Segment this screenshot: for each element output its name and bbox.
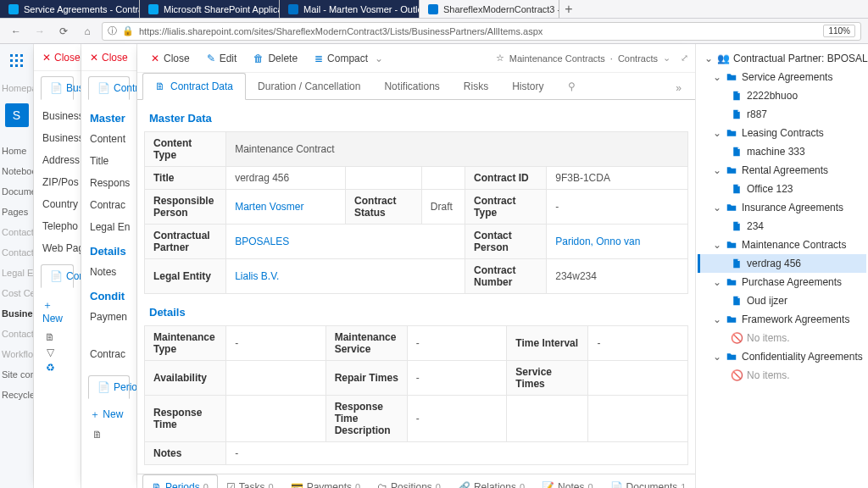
tab-business[interactable]: 📄 Busine <box>41 76 74 100</box>
nav-item[interactable]: Site cont <box>0 364 33 385</box>
subtab-relations[interactable]: 🔗Relations0 <box>449 475 533 489</box>
sub-tab-bar: 🗎Periods0 ☑Tasks0 💳Payments0 🗂Positions0… <box>137 474 695 488</box>
tree-folder[interactable]: ⌄Confidentiality Agreements <box>698 347 866 366</box>
person-link[interactable]: Marten Vosmer <box>235 201 303 213</box>
tree-folder[interactable]: ⌄Insurance Agreements <box>698 198 866 217</box>
close-button[interactable]: ✕ Close <box>42 52 81 64</box>
back-button[interactable]: ← <box>7 22 25 41</box>
subtab-documents[interactable]: 📄Documents1 <box>602 475 695 489</box>
tree-item[interactable]: verdrag 456 <box>698 254 866 273</box>
reload-button[interactable]: ⟳ <box>54 22 73 41</box>
nav-homepage[interactable]: Homepage <box>0 78 33 98</box>
legal-entity-link[interactable]: Lialis B.V. <box>235 270 279 282</box>
tree-item[interactable]: 2222bhuoo <box>698 86 866 105</box>
new-button[interactable]: ＋ New <box>34 293 81 330</box>
close-button[interactable]: ✕Close <box>144 49 197 68</box>
section-title: Master <box>81 105 136 128</box>
browser-tab-strip: Service Agreements - Contract...× Micros… <box>0 0 868 19</box>
edit-button[interactable]: ✎Edit <box>200 49 244 68</box>
document-icon: 🗎 <box>90 427 105 442</box>
subtab-payments[interactable]: 💳Payments0 <box>282 475 369 489</box>
home-button[interactable]: ⌂ <box>78 22 97 41</box>
tree-folder[interactable]: ⌄Service Agreements <box>698 68 866 86</box>
nav-item-active[interactable]: Business <box>0 303 33 324</box>
svg-rect-0 <box>10 54 13 57</box>
filter-icon[interactable]: ▽ <box>42 345 58 360</box>
nav-item[interactable]: Contact P <box>0 324 33 344</box>
browser-tab[interactable]: Service Agreements - Contract...× <box>0 0 140 18</box>
svg-rect-3 <box>10 59 13 62</box>
tab-periods[interactable]: 📄 Perio <box>88 375 130 399</box>
nav-item[interactable]: Legal Ent <box>0 263 33 283</box>
browser-tab[interactable]: Microsoft SharePoint Applicati...× <box>140 0 280 18</box>
info-icon[interactable]: ⓘ <box>108 25 117 37</box>
nav-item[interactable]: Noteboo <box>0 161 33 181</box>
field-label: Respons <box>81 172 136 194</box>
address-bar[interactable]: ⓘ 🔒 https://lialis.sharepoint.com/sites/… <box>102 22 861 41</box>
tree-folder[interactable]: ⌄Leasing Contracts <box>698 124 866 142</box>
tab-link-icon[interactable]: ⚲ <box>556 74 587 99</box>
close-button[interactable]: ✕ Close <box>90 52 128 64</box>
nav-item[interactable]: Workflow <box>0 344 33 364</box>
nav-item[interactable]: Contact e <box>0 242 33 263</box>
section-title: Condit <box>81 283 136 306</box>
recycle-icon[interactable]: ♻ <box>42 360 58 375</box>
zoom-indicator[interactable]: 110% <box>823 25 855 37</box>
new-tab-button[interactable]: + <box>559 0 578 18</box>
tab-duration[interactable]: Duration / Cancellation <box>246 74 372 99</box>
stack-panel-1: ✕ Close 📄 Busine Business Business Addre… <box>34 44 81 488</box>
subtab-tasks[interactable]: ☑Tasks0 <box>218 475 282 489</box>
person-link[interactable]: Paridon, Onno van <box>555 236 640 247</box>
nav-item[interactable]: Home <box>0 141 33 161</box>
tree-panel: ⌄👥Contractual Partner: BPOSALES⌄Service … <box>695 44 868 488</box>
browser-tab[interactable]: Mail - Marten Vosmer - Outloo...× <box>280 0 420 18</box>
field-label: Paymen <box>81 306 136 328</box>
tree-folder[interactable]: ⌄Maintenance Contracts <box>698 236 866 254</box>
tree-item[interactable]: Office 123 <box>698 180 866 198</box>
nav-item[interactable]: Pages <box>0 202 33 222</box>
tree-folder[interactable]: ⌄Rental Agreements <box>698 161 866 180</box>
document-icon: 🗎 <box>155 80 165 92</box>
subtabs-more-icon[interactable]: ⌄ <box>694 478 695 489</box>
tree-item[interactable]: Oud ijzer <box>698 291 866 310</box>
field-label: Address <box>34 149 81 171</box>
tree-item[interactable]: r887 <box>698 105 866 124</box>
tab-notifications[interactable]: Notifications <box>372 74 451 99</box>
tree-root[interactable]: ⌄👥Contractual Partner: BPOSALES <box>698 49 866 68</box>
site-logo[interactable]: S <box>5 103 29 127</box>
field-label: Contrac <box>81 343 136 365</box>
tab-contacts[interactable]: 📄 Conta <box>41 264 74 288</box>
subtab-notes[interactable]: 📝Notes0 <box>533 475 601 489</box>
nav-item[interactable]: Recycle b <box>0 385 33 405</box>
nav-item[interactable]: Contacts <box>0 222 33 242</box>
field-label: Business <box>34 127 81 149</box>
svg-rect-6 <box>10 64 13 67</box>
nav-item[interactable]: Cost Cen <box>0 283 33 303</box>
tree-item[interactable]: 234 <box>698 217 866 236</box>
tabs-more-icon[interactable]: » <box>667 77 690 99</box>
new-button[interactable]: ＋ New <box>81 402 136 427</box>
svg-rect-5 <box>20 59 23 62</box>
tree-folder[interactable]: ⌄Framework Agreements <box>698 310 866 329</box>
field-label: Notes <box>81 261 136 283</box>
svg-rect-8 <box>20 64 23 67</box>
tree-folder[interactable]: ⌄Purchase Agreements <box>698 273 866 291</box>
star-icon[interactable]: ☆ <box>496 53 504 64</box>
chevron-down-icon[interactable]: ⌄ <box>663 53 670 64</box>
browser-tab-active[interactable]: ShareflexModernContract3 - B...× <box>420 0 559 18</box>
forward-button[interactable]: → <box>31 22 49 41</box>
suite-nav: Homepage S Home Noteboo Documen Pages Co… <box>0 44 34 488</box>
expand-icon[interactable]: ⤢ <box>681 53 688 64</box>
tree-item[interactable]: machine 333 <box>698 142 866 161</box>
partner-link[interactable]: BPOSALES <box>235 236 289 247</box>
tab-contract[interactable]: 📄 Contr <box>88 76 130 100</box>
tab-contract-data[interactable]: 🗎Contract Data <box>142 73 246 100</box>
subtab-positions[interactable]: 🗂Positions0 <box>369 475 449 489</box>
tab-history[interactable]: History <box>500 74 555 99</box>
app-launcher-icon[interactable] <box>0 44 34 78</box>
tab-risks[interactable]: Risks <box>452 74 500 99</box>
nav-item[interactable]: Documen <box>0 181 33 202</box>
subtab-periods[interactable]: 🗎Periods0 <box>142 474 218 488</box>
delete-button[interactable]: 🗑Delete <box>247 49 304 68</box>
compact-button[interactable]: ≣Compact⌄ <box>308 49 390 68</box>
